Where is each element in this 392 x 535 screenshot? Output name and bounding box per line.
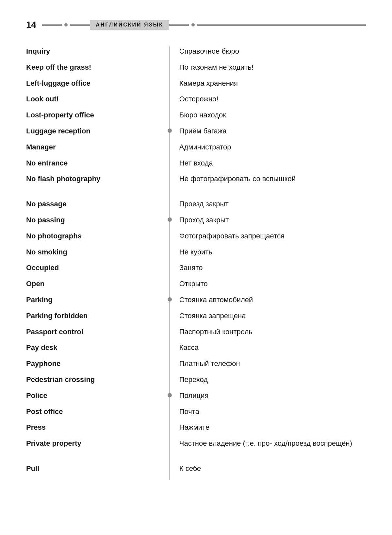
right-text-10: Проход закрыт	[179, 215, 229, 225]
right-text-22: Почта	[179, 407, 199, 417]
right-bullet-5	[168, 129, 172, 133]
right-item-17: Паспортный контроль	[179, 327, 366, 337]
right-text-7: Нет входа	[179, 158, 213, 168]
line-right-2	[197, 25, 366, 26]
header-title-box: АНГЛИЙСКИЙ ЯЗЫК	[90, 20, 169, 30]
left-item-15: Parking	[26, 295, 159, 305]
right-item-16: Стоянка запрещена	[179, 311, 366, 321]
right-item-2: Камера хранения	[179, 78, 366, 89]
left-item-7: No entrance	[26, 158, 159, 168]
right-text-21: Полиция	[179, 391, 209, 401]
left-item-6: Manager	[26, 142, 159, 152]
left-item-21: Police	[26, 391, 159, 401]
left-item-24: Private property	[26, 439, 159, 449]
header-title: АНГЛИЙСКИЙ ЯЗЫК	[96, 22, 163, 27]
left-item-3: Look out!	[26, 94, 159, 104]
right-bullet-10	[168, 217, 172, 222]
right-text-16: Стоянка запрещена	[179, 311, 246, 321]
right-item-22: Почта	[179, 407, 366, 417]
right-text-18: Касса	[179, 343, 199, 353]
right-item-15: Стоянка автомобилей	[179, 295, 366, 305]
spacer-left-8	[26, 190, 159, 199]
left-item-8: No flash photography	[26, 174, 159, 184]
left-item-17: Passport control	[26, 327, 159, 337]
right-bullet-21	[168, 393, 172, 397]
header-decoration-left	[42, 23, 90, 26]
right-item-1: По газонам не ходить!	[179, 62, 366, 73]
right-item-23: Нажмите	[179, 423, 366, 433]
spacer-left-24	[26, 455, 159, 464]
left-item-22: Post office	[26, 407, 159, 417]
line-left-1	[42, 25, 62, 26]
line-right-1	[169, 25, 189, 26]
left-item-16: Parking forbidden	[26, 311, 159, 321]
right-bullet-15	[168, 297, 172, 302]
right-item-6: Администратор	[179, 142, 366, 152]
right-item-24: Частное владение (т.е. про- ход/проезд в…	[179, 439, 366, 449]
right-item-12: Не курить	[179, 247, 366, 257]
right-item-3: Осторожно!	[179, 94, 366, 104]
right-text-1: По газонам не ходить!	[179, 62, 253, 73]
right-item-8: Не фотографировать со вспышкой	[179, 174, 366, 184]
left-item-18: Pay desk	[26, 343, 159, 353]
right-text-19: Платный телефон	[179, 359, 240, 369]
right-text-6: Администратор	[179, 142, 231, 152]
left-item-25: Pull	[26, 464, 159, 474]
right-text-24: Частное владение (т.е. про- ход/проезд в…	[179, 439, 352, 449]
right-item-4: Бюро находок	[179, 110, 366, 120]
right-text-14: Открыто	[179, 279, 208, 289]
left-item-11: No photographs	[26, 231, 159, 241]
left-item-9: No passage	[26, 199, 159, 209]
right-text-8: Не фотографировать со вспышкой	[179, 174, 296, 184]
right-text-12: Не курить	[179, 247, 212, 257]
left-item-20: Pedestrian crossing	[26, 375, 159, 385]
dot-right	[191, 23, 195, 26]
line-left-2	[70, 25, 90, 26]
right-text-17: Паспортный контроль	[179, 327, 253, 337]
vocabulary-container: InquiryKeep off the grass!Left-luggage o…	[26, 46, 366, 480]
right-text-23: Нажмите	[179, 423, 209, 433]
right-text-4: Бюро находок	[179, 110, 226, 120]
right-column: Справочное бюроПо газонам не ходить!Каме…	[169, 46, 366, 480]
right-text-20: Переход	[179, 375, 208, 385]
right-item-13: Занято	[179, 263, 366, 273]
left-item-2: Left-luggage office	[26, 78, 159, 89]
left-item-4: Lost-property office	[26, 110, 159, 120]
right-text-0: Справочное бюро	[179, 46, 239, 57]
right-item-9: Проезд закрыт	[179, 199, 366, 209]
right-text-15: Стоянка автомобилей	[179, 295, 253, 305]
right-text-25: К себе	[179, 464, 201, 474]
right-item-19: Платный телефон	[179, 359, 366, 369]
right-item-7: Нет входа	[179, 158, 366, 168]
left-item-19: Payphone	[26, 359, 159, 369]
left-item-1: Keep off the grass!	[26, 62, 159, 73]
left-item-14: Open	[26, 279, 159, 289]
right-item-25: К себе	[179, 464, 366, 474]
page-header: 14 АНГЛИЙСКИЙ ЯЗЫК	[26, 20, 366, 30]
right-text-11: Фотографировать запрещается	[179, 231, 285, 241]
left-item-0: Inquiry	[26, 46, 159, 57]
right-item-14: Открыто	[179, 279, 366, 289]
right-text-13: Занято	[179, 263, 203, 273]
header-decoration-right	[169, 23, 366, 26]
right-text-5: Приём багажа	[179, 126, 227, 136]
right-item-0: Справочное бюро	[179, 46, 366, 57]
right-text-9: Проезд закрыт	[179, 199, 229, 209]
right-text-2: Камера хранения	[179, 78, 238, 89]
right-text-3: Осторожно!	[179, 94, 219, 104]
right-item-11: Фотографировать запрещается	[179, 231, 366, 241]
right-item-18: Касса	[179, 343, 366, 353]
spacer-right-8	[179, 190, 366, 199]
dot-left	[64, 23, 68, 26]
page-number: 14	[26, 20, 36, 30]
left-column: InquiryKeep off the grass!Left-luggage o…	[26, 46, 169, 480]
spacer-right-24	[179, 455, 366, 464]
left-item-13: Occupied	[26, 263, 159, 273]
left-item-10: No passing	[26, 215, 159, 225]
left-item-5: Luggage reception	[26, 126, 159, 136]
right-item-20: Переход	[179, 375, 366, 385]
left-item-23: Press	[26, 423, 159, 433]
right-item-21: Полиция	[179, 391, 366, 401]
left-item-12: No smoking	[26, 247, 159, 257]
right-item-5: Приём багажа	[179, 126, 366, 136]
